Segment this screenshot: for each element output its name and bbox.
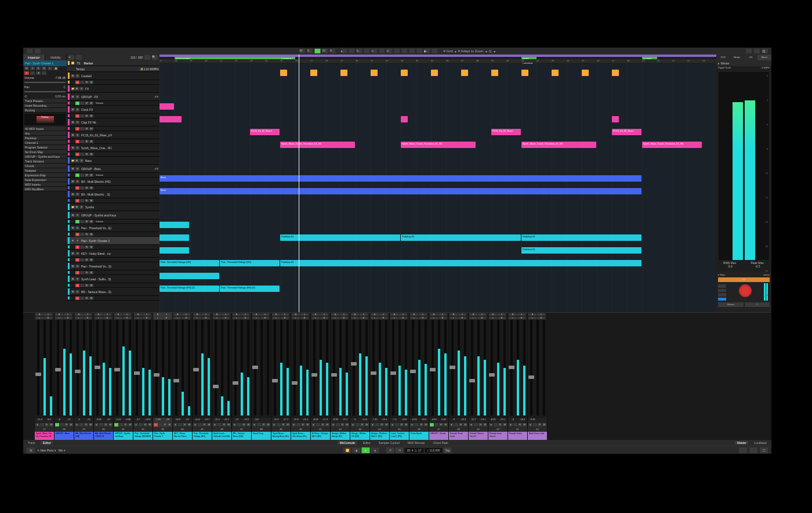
rec-btn[interactable]: ● [75,102,79,105]
play-icon[interactable]: ▶ [362,447,370,453]
ch-rec[interactable]: ● [75,423,79,427]
track-row[interactable]: M S GROUP - Synths and Keys [67,211,160,219]
ch-mute[interactable]: M [489,313,497,316]
ch-solo[interactable]: S [399,313,407,316]
insp-lanes[interactable] [42,71,46,75]
ch-rec[interactable]: ● [154,423,158,427]
read-btn[interactable]: R [85,271,89,274]
mixer-channel[interactable]: M S L Ø -4.44 -13.7 ● R W 35 Pad - Thres… [193,313,212,440]
ch-fader[interactable] [353,320,355,416]
solo-btn[interactable]: S [79,159,84,162]
insp-freeze-icon[interactable]: ❄ [36,71,41,75]
maximize-icon[interactable]: ⛶ [760,447,768,453]
track-row[interactable]: M S KEY - Noisy Electr...no [67,250,160,258]
rec-btn[interactable]: ● [75,258,79,262]
insp-lock-icon[interactable]: 🔒 [53,67,58,70]
write-btn[interactable]: W [89,220,93,223]
ch-fader[interactable] [392,320,394,416]
media-tab[interactable]: Media [730,55,744,60]
ch-fader[interactable] [313,320,316,416]
erase-tool-icon[interactable] [364,49,369,53]
pointer-tool-icon[interactable]: ▸ [341,49,347,53]
solo-btn[interactable]: S [75,252,79,255]
rec-btn[interactable]: ● [75,81,79,84]
ch-solo[interactable]: S [261,313,269,316]
cr-one-btn[interactable]: 1 [745,302,770,307]
ch-edit[interactable]: Ø [340,317,348,319]
mute-btn[interactable]: M [71,239,75,243]
solo-all[interactable]: S [307,49,313,53]
ch-listen[interactable]: L [430,317,438,319]
mute-all[interactable]: M [299,49,305,53]
ch-fader[interactable] [77,320,79,416]
track-row[interactable]: M S Cowbell [67,72,160,80]
read-btn[interactable]: R [85,114,89,118]
solo-btn[interactable]: S [75,239,79,243]
position-display[interactable]: 28. 4. 1. 17 [405,448,424,453]
track-row[interactable]: M S Clock FX [67,106,160,114]
power-icon[interactable]: ⚙ [27,447,35,453]
mixer-channel[interactable]: M S L Ø -12.9 -17.7 ● R W 39 Synth Brass… [271,313,291,440]
read-btn[interactable]: R [85,220,89,223]
ch-listen[interactable]: L [489,317,497,319]
mute-btn[interactable]: M [71,74,75,78]
play-tool-icon[interactable]: ▶ [424,49,430,53]
ch-listen[interactable]: L [173,317,182,319]
audio-event[interactable] [310,70,317,76]
ch-solo[interactable]: S [517,313,525,316]
ch-solo[interactable]: S [84,313,92,316]
ch-label[interactable]: Synth Brass - Ultra Brass (FL) [291,432,310,440]
ch-edit[interactable]: Ø [399,317,407,319]
ch-read[interactable]: R [400,423,404,427]
ch-mute[interactable]: M [114,313,122,316]
ch-mon[interactable] [296,423,300,427]
ch-mute[interactable]: M [509,313,517,316]
ch-edit[interactable]: Ø [320,317,328,319]
rec-btn[interactable]: ● [75,127,79,131]
insp-rec[interactable]: ● [24,71,29,75]
ch-read[interactable]: R [478,423,483,427]
ch-edit[interactable]: Ø [241,317,249,319]
ch-mute[interactable]: M [134,313,142,316]
write-btn[interactable]: W [89,153,93,156]
track-row[interactable]: M S GROUP - Bass -6.0 [67,165,160,173]
lower-tab-right[interactable]: Master [735,441,748,445]
mixer-channel[interactable]: M S L Ø -7.4 -20.8 ● R W 45 Lead - Cocke… [390,313,409,440]
monitor-btn[interactable] [80,245,84,249]
insp-listen[interactable]: L [48,67,52,70]
ch-edit[interactable]: Ø [103,317,111,319]
ch-rec[interactable]: ● [351,423,355,427]
ch-rec[interactable]: ● [233,423,237,427]
audio-event[interactable] [552,70,559,76]
lower-tab[interactable]: Editor [361,441,373,445]
ch-read[interactable]: R [202,423,206,427]
ch-mute[interactable]: M [213,313,221,316]
ch-fader[interactable] [96,320,99,416]
audio-event[interactable]: Synth_Wave_Crash_Transition_01_NC [401,142,476,148]
ch-edit[interactable]: Ø [281,317,289,319]
marker-loop-icon[interactable]: 🔁 [71,62,75,65]
tap-tempo[interactable]: Tap [444,447,452,453]
tempo-lock-icon[interactable]: 🔒 [140,67,144,71]
ch-rec[interactable]: ● [213,423,217,427]
ch-rec[interactable]: ● [193,423,197,427]
audio-event[interactable]: FC15_Kit_02_Riser! [491,129,521,135]
ch-mute[interactable]: M [292,313,300,316]
audio-event[interactable]: Pad - Threshold Voltage (HS) (D) [160,286,219,292]
monitor-btn[interactable] [80,220,84,223]
visibility-tab[interactable]: Visibility [45,55,67,60]
mute-btn[interactable]: M [71,214,75,217]
color-tool-icon[interactable] [432,49,437,53]
mixer-channel[interactable]: M S L Ø -15.9 -42.2 ● R W 36 Synth Lead … [212,313,232,440]
ch-mute[interactable]: M [95,313,103,316]
layout-icon[interactable] [746,49,752,53]
rec-btn[interactable]: ● [75,174,79,177]
solo-btn[interactable]: S [75,167,79,171]
ch-write[interactable]: W [404,423,408,427]
midi-inputs[interactable]: All MIDI Inputs [23,127,67,131]
ch-label[interactable]: Male Verse Lead [528,432,547,440]
mix-dropdown[interactable]: Mix ▾ [59,449,66,452]
write-btn[interactable]: W [89,258,93,262]
write-btn[interactable]: W [89,102,93,105]
ch-listen[interactable]: L [528,317,536,319]
